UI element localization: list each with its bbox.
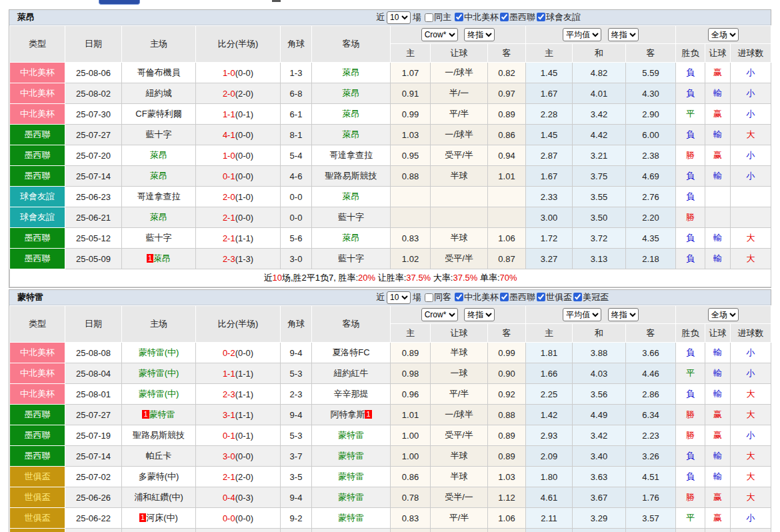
league-type-badge: 球會友誼: [10, 187, 65, 207]
col-header-corner: 角球: [281, 306, 312, 343]
subcol-handicap-line: 让球: [431, 324, 488, 343]
average-odds-cell: 1.42: [526, 405, 573, 425]
league-label: 世俱盃: [546, 291, 572, 303]
corner-count: 6-8: [281, 83, 312, 104]
average-odds-cell: 3.55: [573, 187, 626, 207]
bookmaker-select[interactable]: Crow*: [421, 308, 458, 321]
handicap-odds-cell: 0.99: [391, 104, 431, 125]
scope-select[interactable]: 全场: [708, 308, 739, 321]
average-time-select[interactable]: 终指: [608, 28, 639, 41]
recent-suffix-label: 場: [413, 291, 421, 303]
halftime-score: (2-0): [235, 472, 253, 482]
result-cell: 赢: [705, 63, 731, 83]
average-time-select[interactable]: 终指: [608, 308, 639, 321]
match-row: 墨西聯25-07-14萊昂0-1(0-0)4-6聖路易斯競技0.88半球1.01…: [10, 166, 771, 187]
league-checkbox[interactable]: [455, 13, 463, 21]
match-score: 0-2(0-0): [196, 343, 281, 363]
average-odds-cell: 3.66: [626, 343, 676, 363]
handicap-odds-cell: 1.07: [391, 63, 431, 83]
col-header-corner: 角球: [281, 26, 312, 63]
match-row: 墨西聯25-07-20萊昂1-0(0-0)5-4哥達拿查拉0.95受平/半0.9…: [10, 145, 771, 166]
subcol-result: 胜负: [676, 324, 705, 343]
home-team: 萊昂: [122, 207, 196, 228]
handicap-odds-cell: 1.03: [391, 125, 431, 145]
col-header-type: 类型: [10, 306, 65, 343]
handicap-odds-cell: 0.98: [391, 363, 431, 384]
average-odds-cell: 3.42: [573, 425, 626, 446]
handicap-select-group: Crow* 终指: [391, 306, 526, 324]
same-venue-checkbox[interactable]: [425, 13, 433, 22]
handicap-odds-cell: 半球: [431, 228, 488, 249]
result-cell: 勝: [676, 487, 705, 508]
recent-summary: 近10场,胜2平1负7, 胜率:20% 让胜率:37.5% 大率:37.5% 单…: [10, 269, 771, 287]
red-card-badge: 1: [139, 513, 146, 522]
average-odds-cell: 6.00: [626, 125, 676, 145]
handicap-odds-cell: 受半/一: [431, 487, 488, 508]
match-row: 中北美杯25-08-06哥倫布機員1-0(0-0)1-3萊昂1.07一/球半0.…: [10, 63, 771, 83]
league-checkbox[interactable]: [500, 293, 509, 301]
league-checkbox[interactable]: [455, 293, 463, 301]
result-cell: 勝: [676, 405, 705, 425]
match-date: 25-05-09: [65, 249, 122, 269]
home-team-name: 藍十字: [146, 233, 172, 243]
away-team-name: 藍十字: [338, 212, 364, 222]
league-label: 球會友誼: [546, 11, 581, 23]
home-team-name: 萊昂: [150, 212, 167, 222]
average-odds-cell: 2.38: [626, 145, 676, 166]
handicap-odds-cell: 0.86: [488, 125, 526, 145]
match-score: 0-4(0-3): [196, 487, 281, 508]
corner-count: 4-6: [281, 166, 312, 187]
handicap-odds-cell: 1.00: [391, 446, 431, 467]
match-date: 25-07-14: [65, 166, 122, 187]
halftime-score: (0-0): [235, 130, 253, 140]
scope-select[interactable]: 全场: [708, 28, 739, 41]
match-row: 中北美杯25-08-01蒙特雷(中)2-3(1-1)2-3辛辛那提0.96平/半…: [10, 384, 771, 405]
odds-time-select[interactable]: 终指: [464, 28, 495, 41]
league-type-badge: 墨西聯: [10, 425, 65, 446]
handicap-odds-cell: [488, 187, 526, 207]
home-team: 多蒙特(中): [122, 467, 196, 487]
away-team: 國際米蘭: [312, 529, 391, 532]
average-odds-cell: 3.57: [626, 508, 676, 529]
handicap-odds-cell: 半球: [431, 446, 488, 467]
recent-count-select[interactable]: 10: [387, 291, 411, 304]
recent-count-select[interactable]: 10: [387, 11, 411, 24]
average-select[interactable]: 平均值: [563, 308, 601, 321]
average-odds-cell: 3.56: [573, 384, 626, 405]
league-checkbox[interactable]: [500, 13, 509, 21]
away-team-name: 萊昂: [343, 129, 360, 139]
average-odds-cell: 2.20: [626, 207, 676, 228]
result-cell: 赢: [705, 405, 731, 425]
halftime-score: (0-0): [235, 451, 253, 461]
result-cell: 輸: [705, 363, 731, 384]
league-checkbox[interactable]: [537, 13, 545, 21]
col-header-home: 主场: [122, 26, 196, 63]
match-row: 中北美杯25-08-02紐約城2-0(2-0)6-8萊昂0.91半/一0.971…: [10, 83, 771, 104]
result-cell: 小: [731, 166, 771, 187]
home-team-name: 河床(中): [146, 513, 178, 523]
result-cell: 平: [676, 508, 705, 529]
home-team: 蒙特雷(中): [122, 343, 196, 363]
cutoff-tab-artifact: [99, 0, 140, 5]
summary-segment: 20%: [358, 273, 375, 283]
average-odds-cell: 3.88: [573, 343, 626, 363]
filter-controls: 近 10 場 同主 中北美杯墨西聯球會友誼: [376, 10, 581, 25]
home-team-name: 蒙特雷: [149, 409, 175, 419]
same-venue-checkbox[interactable]: [425, 293, 433, 302]
result-cell: 小: [731, 104, 771, 125]
corner-count: 9-4: [281, 405, 312, 425]
bookmaker-select[interactable]: Crow*: [421, 28, 458, 41]
corner-count: 0-0: [281, 207, 312, 228]
matches-table: 类型 日期 主场 比分(半场) 角球 客场 Crow* 终指 平均值 终指 全场: [9, 25, 771, 287]
result-cell: 勝: [676, 207, 705, 228]
halftime-score: (0-1): [235, 109, 253, 119]
league-checkbox[interactable]: [573, 293, 582, 301]
match-score: 3-1(1-1): [196, 405, 281, 425]
subcol-goals: 进球数: [731, 44, 771, 63]
handicap-odds-cell: 0.88: [391, 166, 431, 187]
odds-time-select[interactable]: 终指: [464, 308, 495, 321]
away-team: 夏洛特FC: [312, 343, 391, 363]
match-row: 墨西聯25-05-12藍十字2-1(1-1)5-6萊昂0.83半球1.061.7…: [10, 228, 771, 249]
league-checkbox[interactable]: [537, 293, 545, 301]
average-select[interactable]: 平均值: [563, 28, 601, 41]
